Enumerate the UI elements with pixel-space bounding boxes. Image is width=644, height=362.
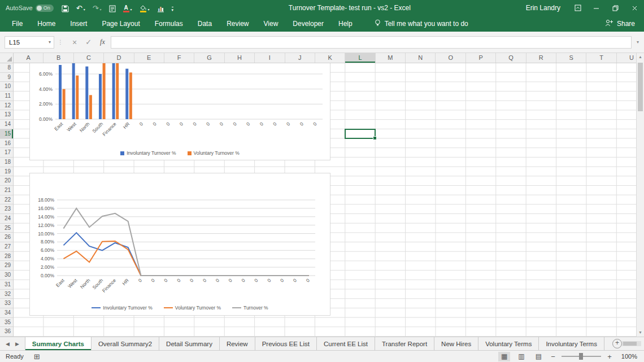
macro-record-icon[interactable]: ⊞ [34,353,40,360]
row-header-35[interactable]: 35 [0,318,13,328]
row-header-15[interactable]: 15 [0,129,13,139]
row-header-14[interactable]: 14 [0,120,13,129]
row-header-30[interactable]: 30 [0,271,13,280]
column-header-e[interactable]: E [134,53,164,63]
cancel-icon[interactable]: × [72,38,77,47]
sheet-nav-left-icon[interactable]: ◀ [6,341,10,347]
formula-input[interactable] [111,36,632,49]
page-layout-view-icon[interactable]: ▥ [515,352,527,361]
page-break-view-icon[interactable]: ▤ [533,352,545,361]
scroll-down-icon[interactable]: ▼ [637,329,644,337]
row-header-18[interactable]: 18 [0,158,13,167]
user-name[interactable]: Erin Landry [526,4,560,12]
grid-cells[interactable]: 0.00%2.00%4.00%6.00%EastWestNorthSouthFi… [14,63,636,337]
selected-cell[interactable] [345,129,375,139]
redo-icon[interactable]: ↷▾ [93,3,102,12]
tell-me-box[interactable]: Tell me what you want to do [375,19,468,29]
insert-chart-icon[interactable] [157,3,164,12]
sheet-tab-overall-summary2[interactable]: Overall Summary2 [92,337,159,350]
row-header-22[interactable]: 22 [0,195,13,205]
row-header-27[interactable]: 27 [0,242,13,252]
line-chart[interactable]: 0.00%2.00%4.00%6.00%8.00%10.00%12.00%14.… [29,173,330,316]
ribbon-tab-help[interactable]: Help [331,16,360,32]
column-header-o[interactable]: O [436,53,465,63]
ribbon-tab-home[interactable]: Home [30,16,63,32]
horizontal-scrollbar[interactable] [622,337,644,350]
row-header-32[interactable]: 32 [0,290,13,299]
row-header-23[interactable]: 23 [0,204,13,214]
ribbon-tab-file[interactable]: File [5,16,30,32]
vertical-scrollbar[interactable]: ▲ ▼ [636,53,644,337]
column-header-n[interactable]: N [406,53,436,63]
ribbon-tab-developer[interactable]: Developer [285,16,331,32]
sheet-tab-summary-charts[interactable]: Summary Charts [25,337,92,350]
sheet-tab-current-ee-list[interactable]: Current EE List [317,337,375,350]
select-all-button[interactable] [0,53,14,63]
zoom-level[interactable]: 100% [618,353,637,360]
row-header-21[interactable]: 21 [0,186,13,195]
row-header-33[interactable]: 33 [0,299,13,308]
name-box[interactable]: L15 ▾ [5,36,54,49]
column-header-u[interactable]: U [617,53,636,63]
row-header-26[interactable]: 26 [0,233,13,242]
insert-function-icon[interactable]: fx [100,38,105,46]
row-header-31[interactable]: 31 [0,280,13,290]
ribbon-tab-page-layout[interactable]: Page Layout [94,16,147,32]
column-header-p[interactable]: P [466,53,496,63]
ribbon-display-options-icon[interactable] [569,0,586,16]
column-header-c[interactable]: C [74,53,104,63]
sheet-tab-transfer-report[interactable]: Transfer Report [375,337,434,350]
restore-button[interactable] [606,0,625,16]
sheet-nav-right-icon[interactable]: ▶ [15,341,19,347]
row-header-25[interactable]: 25 [0,224,13,233]
ribbon-tab-data[interactable]: Data [190,16,219,32]
row-header-19[interactable]: 19 [0,167,13,177]
row-header-17[interactable]: 17 [0,148,13,158]
enter-icon[interactable]: ✓ [85,38,92,46]
column-header-s[interactable]: S [556,53,586,63]
row-header-10[interactable]: 10 [0,82,13,91]
ribbon-tab-insert[interactable]: Insert [63,16,94,32]
column-header-d[interactable]: D [104,53,134,63]
name-box-dropdown-icon[interactable]: ▾ [46,40,54,45]
ribbon-tab-formulas[interactable]: Formulas [147,16,190,32]
sheet-tab-previous-ee-list[interactable]: Previous EE List [255,337,317,350]
ribbon-tab-view[interactable]: View [256,16,286,32]
formula-bar-expand-icon[interactable]: ▾ [632,40,644,45]
row-header-16[interactable]: 16 [0,139,13,149]
column-header-t[interactable]: T [586,53,616,63]
sheet-tab-voluntary-terms[interactable]: Voluntary Terms [478,337,539,350]
ribbon-tab-review[interactable]: Review [219,16,256,32]
vertical-scrollbar-thumb[interactable] [638,63,643,111]
column-header-b[interactable]: B [43,53,73,63]
column-header-i[interactable]: I [255,53,285,63]
row-header-11[interactable]: 11 [0,91,13,101]
row-header-9[interactable]: 9 [0,73,13,82]
row-header-29[interactable]: 29 [0,261,13,271]
row-header-24[interactable]: 24 [0,214,13,224]
column-header-m[interactable]: M [376,53,406,63]
autosave-toggle[interactable]: AutoSave On [6,5,54,12]
column-header-g[interactable]: G [194,53,224,63]
column-header-q[interactable]: Q [496,53,526,63]
new-sheet-button[interactable]: + [612,337,622,350]
row-header-13[interactable]: 13 [0,110,13,120]
sheet-tab-new-hires[interactable]: New Hires [434,337,478,350]
zoom-out-icon[interactable]: − [550,352,556,361]
row-header-8[interactable]: 8 [0,63,13,73]
column-header-j[interactable]: J [285,53,315,63]
form-icon[interactable] [109,3,116,12]
row-header-12[interactable]: 12 [0,101,13,111]
sheet-tab-review[interactable]: Review [220,337,255,350]
row-header-34[interactable]: 34 [0,308,13,318]
column-header-f[interactable]: F [164,53,194,63]
row-header-36[interactable]: 36 [0,327,13,337]
save-icon[interactable] [62,3,69,12]
column-header-k[interactable]: K [315,53,345,63]
close-button[interactable] [625,0,644,16]
normal-view-icon[interactable]: ▦ [498,352,510,361]
row-header-20[interactable]: 20 [0,176,13,186]
zoom-slider-thumb[interactable] [579,353,583,360]
column-header-r[interactable]: R [526,53,556,63]
column-header-l[interactable]: L [345,53,375,63]
